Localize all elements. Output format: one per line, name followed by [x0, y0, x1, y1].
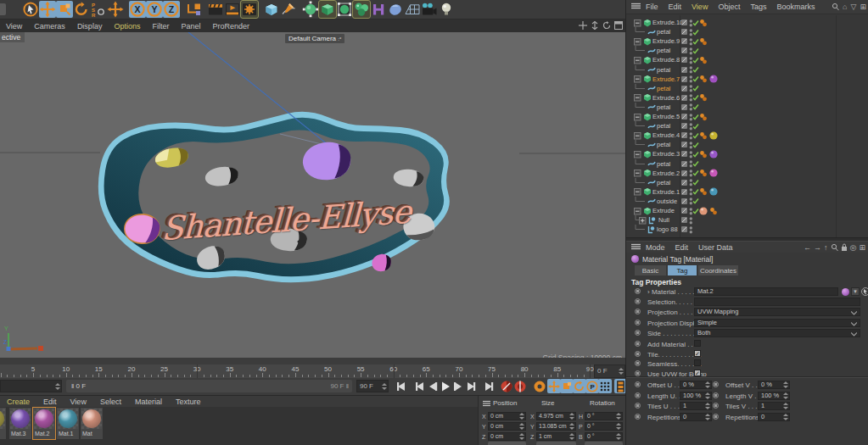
- layer-box-icon[interactable]: [681, 76, 687, 82]
- current-frame-field[interactable]: 0 F: [594, 364, 625, 378]
- viewport-menu-display[interactable]: Display: [77, 22, 103, 31]
- enabled-check-icon[interactable]: [692, 85, 699, 93]
- enabled-check-icon[interactable]: [692, 197, 699, 206]
- material-dropdown-button[interactable]: ▾: [851, 287, 860, 296]
- keyframe-ring-icon[interactable]: [635, 392, 641, 398]
- tab-basic[interactable]: Basic: [635, 265, 666, 275]
- om-menu-edit[interactable]: Edit: [669, 3, 682, 11]
- enabled-check-icon[interactable]: [692, 38, 699, 47]
- object-name[interactable]: Extrude: [652, 207, 675, 214]
- object-name[interactable]: petal: [657, 179, 670, 186]
- object-row-extrude[interactable]: Extrude: [626, 206, 868, 215]
- enabled-check-icon[interactable]: [692, 151, 699, 159]
- key-parameter-button[interactable]: P: [585, 379, 599, 393]
- keyframe-ring-icon[interactable]: [635, 309, 641, 314]
- object-name[interactable]: Extrude.7: [652, 75, 680, 83]
- enabled-check-icon[interactable]: [692, 57, 699, 65]
- hamburger-icon[interactable]: [626, 243, 641, 252]
- object-name[interactable]: petal: [657, 85, 670, 92]
- object-name[interactable]: Extrude.3: [652, 150, 680, 158]
- object-row-extrude-4[interactable]: Extrude.4: [626, 131, 868, 140]
- object-row-petal[interactable]: petal: [626, 140, 868, 149]
- keyframe-ring-icon[interactable]: [635, 330, 641, 336]
- layer-box-icon[interactable]: [681, 208, 687, 214]
- field-projection[interactable]: UVW Mapping: [694, 308, 860, 316]
- generator-extrude-icon[interactable]: [319, 1, 336, 18]
- metaball-icon[interactable]: [387, 1, 404, 18]
- object-row-petal[interactable]: petal: [626, 65, 868, 75]
- object-row-extrude-7[interactable]: Extrude.7: [626, 75, 868, 84]
- layer-box-icon[interactable]: [681, 95, 687, 101]
- coord-field-position-z[interactable]: 0 cm: [488, 432, 526, 441]
- object-row-extrude-10[interactable]: Extrude.10: [626, 18, 868, 27]
- keyframe-ring-icon[interactable]: [713, 414, 719, 420]
- viewport-menu-options[interactable]: Options: [114, 22, 140, 31]
- material-swatch-Mat.3[interactable]: Mat.3: [9, 408, 31, 439]
- floor-object-icon[interactable]: [404, 1, 421, 18]
- goto-start-button[interactable]: [395, 379, 408, 393]
- symmetry-tool-icon[interactable]: [370, 1, 387, 18]
- coord-field-size-x[interactable]: 4.975 cm: [536, 412, 576, 420]
- search-icon[interactable]: [831, 243, 838, 252]
- viewport-menu-panel[interactable]: Panel: [181, 22, 200, 31]
- layer-box-icon[interactable]: [681, 38, 687, 44]
- y-axis-lock-icon[interactable]: Y: [146, 1, 163, 18]
- filter-icon[interactable]: ▽: [851, 3, 857, 11]
- object-name[interactable]: Extrude.5: [652, 113, 680, 120]
- autokey-button[interactable]: [533, 379, 546, 393]
- object-name[interactable]: logo 88: [657, 225, 678, 233]
- layer-box-icon[interactable]: [681, 142, 687, 147]
- keyframe-ring-icon[interactable]: [635, 351, 641, 357]
- key-position-button[interactable]: [547, 379, 561, 393]
- object-name[interactable]: Extrude.8: [652, 56, 680, 64]
- enabled-check-icon[interactable]: [692, 19, 699, 28]
- layer-box-icon[interactable]: [681, 86, 687, 92]
- object-row-petal[interactable]: petal: [626, 103, 868, 112]
- scale-tool-icon[interactable]: [56, 1, 73, 18]
- range-start-grip[interactable]: ‖ 0 F: [71, 382, 86, 390]
- timeline-range-slider[interactable]: ‖ 0 F 90 F ‖: [66, 380, 352, 392]
- x-axis-lock-icon[interactable]: X: [129, 1, 146, 18]
- goto-end-button[interactable]: [482, 379, 496, 393]
- material-swatch-Mat.2[interactable]: Mat.2: [33, 408, 55, 439]
- coord-apply-button[interactable]: [488, 442, 526, 445]
- checkbox[interactable]: ✓: [694, 370, 701, 376]
- layer-box-icon[interactable]: [681, 198, 687, 204]
- object-row-extrude-2[interactable]: Extrude.2: [626, 169, 868, 178]
- om-menu-view[interactable]: View: [692, 3, 708, 11]
- coord-apply-button[interactable]: [585, 442, 623, 445]
- next-key-button[interactable]: [464, 379, 478, 393]
- keyframe-ring-icon[interactable]: [635, 370, 641, 376]
- layer-box-icon[interactable]: [681, 151, 687, 157]
- object-name[interactable]: Extrude.4: [652, 131, 680, 139]
- enabled-check-icon[interactable]: [692, 114, 699, 122]
- viewport-menu-filter[interactable]: Filter: [152, 22, 169, 31]
- record-button[interactable]: [500, 379, 513, 393]
- coord-field-position-y[interactable]: 0 cm: [488, 422, 526, 431]
- enabled-check-icon[interactable]: [692, 170, 699, 178]
- timeline-ruler[interactable]: 51015202530354045505560657075808590: [0, 364, 594, 378]
- am-menu-mode[interactable]: Mode: [646, 243, 665, 252]
- rotate-tool-icon[interactable]: [73, 1, 90, 18]
- material-swatch-Mat[interactable]: Mat: [81, 408, 103, 439]
- uv-field-offsetu[interactable]: 0 %: [680, 381, 712, 389]
- keyframe-ring-icon[interactable]: [635, 288, 641, 294]
- material-menu-texture[interactable]: Texture: [176, 398, 201, 406]
- move-tool-icon[interactable]: [39, 1, 56, 18]
- object-row-petal[interactable]: petal: [626, 46, 868, 55]
- up-icon[interactable]: ↑: [824, 243, 828, 252]
- coordinate-system-icon[interactable]: [185, 1, 202, 18]
- layer-box-icon[interactable]: [681, 217, 687, 223]
- search-icon[interactable]: [832, 3, 839, 11]
- object-name[interactable]: petal: [657, 47, 670, 54]
- target-icon[interactable]: ◎: [850, 243, 857, 252]
- object-row-petal[interactable]: petal: [626, 84, 868, 93]
- checkbox[interactable]: [694, 340, 701, 347]
- key-rotation-button[interactable]: [573, 379, 586, 393]
- om-menu-object[interactable]: Object: [718, 3, 740, 11]
- enabled-check-icon[interactable]: [692, 123, 699, 131]
- coord-field-position-x[interactable]: 0 cm: [488, 412, 526, 420]
- uv-field-offsetv[interactable]: 0 %: [758, 381, 790, 389]
- object-name[interactable]: petal: [657, 66, 670, 74]
- material-menu-select[interactable]: Select: [100, 398, 121, 406]
